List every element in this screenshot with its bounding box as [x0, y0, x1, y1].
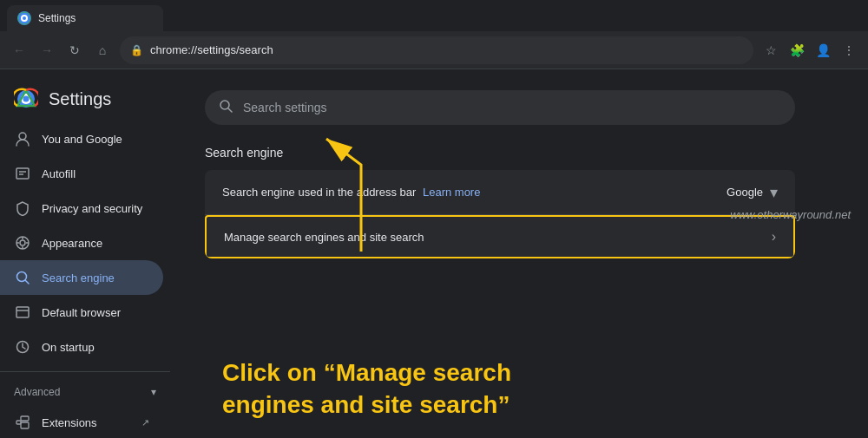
- settings-card: Search engine used in the address bar Le…: [205, 170, 795, 258]
- sidebar-item-privacy[interactable]: Privacy and security: [0, 191, 163, 226]
- settings-search-bar[interactable]: Search settings: [205, 90, 795, 125]
- learn-more-link[interactable]: Learn more: [423, 186, 480, 199]
- sidebar-divider: [0, 371, 170, 372]
- back-button[interactable]: ←: [7, 38, 31, 62]
- sidebar-item-appearance[interactable]: Appearance: [0, 226, 163, 260]
- manage-row-label: Manage search engines and site search: [224, 231, 772, 244]
- address-bar[interactable]: 🔒 chrome://settings/search: [120, 36, 753, 64]
- svg-point-11: [20, 240, 25, 245]
- svg-line-17: [25, 280, 29, 284]
- appearance-icon: [14, 234, 31, 252]
- security-icon: 🔒: [130, 44, 143, 56]
- sidebar-item-autofill[interactable]: Autofill: [0, 156, 163, 191]
- extensions-icon: [14, 414, 31, 431]
- chevron-down-icon: ▾: [151, 386, 156, 398]
- sidebar-item-label: Autofill: [42, 167, 76, 180]
- sidebar: Settings You and Google: [0, 69, 170, 438]
- sidebar-item-search-engine[interactable]: Search engine: [0, 260, 163, 295]
- dropdown-arrow-icon: ▾: [770, 183, 778, 202]
- browser-toolbar: ← → ↻ ⌂ 🔒 chrome://settings/search ☆ 🧩 👤…: [0, 31, 868, 69]
- search-engine-row: Search engine used in the address bar Le…: [205, 170, 795, 215]
- extensions-label: Extensions: [42, 416, 97, 429]
- svg-rect-21: [16, 421, 21, 424]
- profile-button[interactable]: 👤: [811, 38, 835, 62]
- sidebar-item-label: On startup: [42, 341, 95, 354]
- tab-bar: Settings: [0, 0, 868, 31]
- sidebar-item-you-google[interactable]: You and Google: [0, 121, 163, 156]
- privacy-icon: [14, 199, 31, 217]
- sidebar-item-label: Appearance: [42, 237, 102, 250]
- search-engine-selected: Google: [727, 186, 763, 199]
- sidebar-item-label: You and Google: [42, 133, 122, 146]
- external-link-icon: ↗: [141, 417, 149, 428]
- search-placeholder: Search settings: [243, 101, 327, 114]
- settings-layout: Settings You and Google: [0, 69, 868, 438]
- search-engine-icon: [14, 269, 31, 286]
- sidebar-header: Settings: [0, 76, 170, 121]
- svg-point-5: [23, 96, 30, 102]
- chrome-logo: [14, 87, 38, 111]
- home-button[interactable]: ⌂: [90, 38, 115, 62]
- browser-content: Settings You and Google: [0, 69, 868, 438]
- bookmark-button[interactable]: ☆: [759, 38, 783, 62]
- svg-point-6: [19, 133, 26, 140]
- url-text: chrome://settings/search: [150, 43, 743, 56]
- extensions-button[interactable]: 🧩: [785, 38, 809, 62]
- search-engine-value[interactable]: Google ▾: [727, 183, 778, 202]
- sidebar-item-default-browser[interactable]: Default browser: [0, 295, 163, 330]
- tab-label: Settings: [38, 12, 76, 24]
- toolbar-actions: ☆ 🧩 👤 ⋮: [759, 38, 861, 62]
- nav-buttons: ← → ↻ ⌂: [7, 38, 115, 62]
- on-startup-icon: [14, 338, 31, 356]
- reload-button[interactable]: ↻: [62, 38, 87, 62]
- settings-tab[interactable]: Settings: [7, 5, 163, 31]
- sidebar-title: Settings: [49, 89, 111, 109]
- main-content: Search settings Search engine Search eng…: [170, 69, 868, 438]
- sidebar-advanced[interactable]: Advanced ▾: [0, 379, 170, 405]
- advanced-label: Advanced: [14, 386, 60, 398]
- manage-search-engines-row[interactable]: Manage search engines and site search ›: [205, 215, 795, 258]
- menu-button[interactable]: ⋮: [837, 38, 861, 62]
- sidebar-item-label: Default browser: [42, 306, 121, 319]
- browser-frame: Settings ← → ↻ ⌂ 🔒 chrome://settings/sea…: [0, 0, 868, 438]
- sidebar-item-label: Privacy and security: [42, 202, 142, 215]
- autofill-icon: [14, 165, 31, 182]
- svg-rect-22: [21, 416, 29, 421]
- sidebar-item-label: Search engine: [42, 271, 115, 284]
- tab-favicon: [17, 11, 31, 25]
- default-browser-icon: [14, 304, 31, 321]
- forward-button[interactable]: →: [35, 38, 59, 62]
- you-google-icon: [14, 130, 31, 147]
- search-engine-row-label: Search engine used in the address bar Le…: [222, 186, 727, 199]
- search-icon: [219, 99, 233, 116]
- svg-rect-23: [21, 422, 29, 428]
- svg-line-28: [228, 108, 232, 112]
- svg-rect-18: [16, 307, 29, 317]
- sidebar-item-extensions[interactable]: Extensions ↗: [0, 405, 163, 438]
- section-title: Search engine: [205, 146, 833, 160]
- sidebar-item-on-startup[interactable]: On startup: [0, 330, 163, 364]
- svg-rect-7: [16, 168, 29, 179]
- svg-point-2: [23, 16, 26, 20]
- chevron-right-icon: ›: [772, 229, 776, 245]
